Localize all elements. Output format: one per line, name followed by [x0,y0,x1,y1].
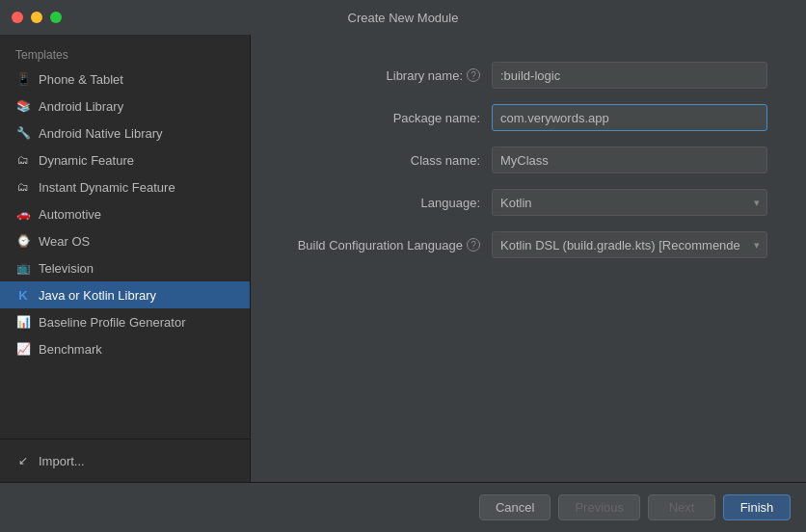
sidebar-item-label: Baseline Profile Generator [39,315,185,330]
build-config-select[interactable]: Kotlin DSL (build.gradle.kts) [Recommend… [492,231,767,258]
sidebar-section-label: Templates [0,42,250,66]
package-name-row: Package name: [289,104,767,131]
library-name-label: Library name: ? [289,68,492,83]
library-name-input[interactable] [492,62,767,89]
sidebar-item-android-native-library[interactable]: 🔧 Android Native Library [0,120,250,146]
cancel-button[interactable]: Cancel [479,494,551,520]
previous-button[interactable]: Previous [558,494,640,520]
next-button[interactable]: Next [648,494,715,520]
import-label: Import... [39,454,85,468]
sidebar-item-automotive[interactable]: 🚗 Automotive [0,200,250,227]
instant-dynamic-feature-icon: 🗂 [15,179,31,195]
language-row: Language: Kotlin Java [289,189,767,216]
sidebar-item-label: Benchmark [39,342,102,357]
java-kotlin-library-icon: K [15,287,31,303]
sidebar-item-label: Phone & Tablet [39,72,123,87]
package-name-input[interactable] [492,104,767,131]
minimize-button[interactable] [31,12,42,23]
sidebar-item-baseline-profile-generator[interactable]: 📊 Baseline Profile Generator [0,308,250,335]
sidebar-item-wear-os[interactable]: ⌚ Wear OS [0,227,250,254]
build-config-label: Build Configuration Language ? [289,238,492,253]
sidebar-item-label: Automotive [39,207,101,222]
benchmark-icon: 📈 [15,341,31,357]
sidebar-item-label: Dynamic Feature [39,153,134,168]
automotive-icon: 🚗 [15,206,31,222]
sidebar-item-benchmark[interactable]: 📈 Benchmark [0,335,250,362]
class-name-row: Class name: [289,146,767,173]
title-bar: Create New Module [0,0,806,35]
sidebar-footer: ↙ Import... [0,439,250,482]
sidebar-item-label: Android Library [39,99,123,114]
class-name-input[interactable] [492,146,767,173]
android-native-library-icon: 🔧 [15,125,31,141]
build-config-select-wrapper: Kotlin DSL (build.gradle.kts) [Recommend… [492,231,767,258]
close-button[interactable] [12,12,23,23]
sidebar-item-phone-tablet[interactable]: 📱 Phone & Tablet [0,66,250,93]
content-area: Library name: ? Package name: Class name… [251,35,806,482]
sidebar: Templates 📱 Phone & Tablet 📚 Android Lib… [0,35,251,482]
class-name-label: Class name: [289,153,492,168]
dynamic-feature-icon: 🗂 [15,152,31,168]
sidebar-item-television[interactable]: 📺 Television [0,254,250,281]
maximize-button[interactable] [50,12,62,23]
sidebar-item-java-kotlin-library[interactable]: K Java or Kotlin Library [0,281,250,308]
library-name-row: Library name: ? [289,62,767,89]
sidebar-item-label: Wear OS [39,234,90,249]
main-content: Templates 📱 Phone & Tablet 📚 Android Lib… [0,35,806,482]
language-select[interactable]: Kotlin Java [492,189,767,216]
build-config-help-icon[interactable]: ? [467,238,480,252]
finish-button[interactable]: Finish [723,494,791,520]
wear-os-icon: ⌚ [15,233,31,249]
baseline-profile-icon: 📊 [15,314,31,330]
sidebar-item-android-library[interactable]: 📚 Android Library [0,93,250,120]
television-icon: 📺 [15,260,31,276]
window-title: Create New Module [348,11,459,25]
language-label: Language: [289,196,492,210]
footer-buttons: Cancel Previous Next Finish [0,482,806,532]
package-name-label: Package name: [289,111,492,125]
phone-tablet-icon: 📱 [15,71,31,87]
sidebar-item-dynamic-feature[interactable]: 🗂 Dynamic Feature [0,146,250,173]
sidebar-item-label: Android Native Library [39,126,163,141]
sidebar-item-label: Television [39,261,94,276]
sidebar-item-label: Instant Dynamic Feature [39,180,175,195]
android-library-icon: 📚 [15,98,31,114]
import-button[interactable]: ↙ Import... [0,447,250,474]
build-config-row: Build Configuration Language ? Kotlin DS… [289,231,767,258]
sidebar-item-instant-dynamic-feature[interactable]: 🗂 Instant Dynamic Feature [0,173,250,200]
traffic-lights [12,12,62,23]
library-name-help-icon[interactable]: ? [467,68,480,82]
import-icon: ↙ [15,453,31,468]
sidebar-item-label: Java or Kotlin Library [39,288,156,303]
language-select-wrapper: Kotlin Java [492,189,767,216]
